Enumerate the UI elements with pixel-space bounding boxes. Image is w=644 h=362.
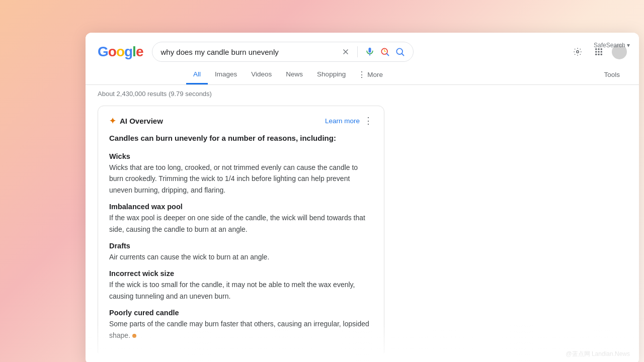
nav-images[interactable]: Images	[208, 65, 244, 84]
svg-rect-16	[598, 54, 600, 55]
learn-more-link[interactable]: Learn more	[325, 117, 360, 125]
svg-rect-13	[598, 51, 600, 53]
svg-line-7	[402, 54, 404, 56]
ai-section-cured-candle: Poorly cured candle Some parts of the ca…	[109, 309, 373, 341]
header: Google why does my candle burn unevenly	[86, 33, 639, 62]
svg-rect-17	[601, 54, 602, 55]
clear-button[interactable]	[341, 47, 350, 56]
nav-more-label: More	[367, 71, 383, 78]
footer-credit: @蓝点网 Landian.News	[566, 350, 630, 358]
main-content: ✦ AI Overview Learn more ⋮ Candles can b…	[86, 102, 639, 353]
more-options-button[interactable]: ⋮	[364, 115, 373, 126]
svg-line-5	[387, 54, 389, 56]
ai-section-title-drafts: Drafts	[109, 242, 373, 250]
ai-section-body-wick-size: If the wick is too small for the candle,…	[109, 279, 373, 302]
svg-rect-12	[595, 51, 597, 53]
ai-section-wicks: Wicks Wicks that are too long, crooked, …	[109, 152, 373, 196]
safesearch-label[interactable]: SafeSearch ▾	[594, 42, 630, 49]
svg-point-8	[577, 51, 579, 53]
nav-shopping[interactable]: Shopping	[310, 65, 353, 84]
ai-overview-header: ✦ AI Overview Learn more ⋮	[109, 115, 373, 126]
ai-section-body-wicks: Wicks that are too long, crooked, or not…	[109, 162, 373, 196]
browser-window: Google why does my candle burn unevenly	[86, 33, 639, 362]
ai-section-title-cured-candle: Poorly cured candle	[109, 309, 373, 317]
ai-intro: Candles can burn unevenly for a number o…	[109, 132, 373, 144]
nav-bar: All Images Videos News Shopping ⋮ More T…	[86, 62, 639, 85]
nav-news[interactable]: News	[279, 65, 310, 84]
nav-all[interactable]: All	[186, 65, 208, 84]
results-count: About 2,430,000 results (9.79 seconds)	[86, 85, 639, 102]
ai-overview-title: ✦ AI Overview	[109, 116, 163, 126]
ai-section-title-wick-size: Incorrect wick size	[109, 269, 373, 278]
ai-section-body-cured-candle: Some parts of the candle may burn faster…	[109, 318, 373, 341]
lens-search-button[interactable]	[380, 47, 390, 57]
ai-section-title-wicks: Wicks	[109, 152, 373, 160]
nav-more[interactable]: ⋮ More	[353, 65, 388, 84]
search-input[interactable]: why does my candle burn unevenly	[160, 48, 336, 56]
ai-section-title-wax-pool: Imbalanced wax pool	[109, 203, 373, 211]
settings-button[interactable]	[570, 44, 586, 60]
svg-rect-2	[369, 48, 371, 53]
ai-section-wax-pool: Imbalanced wax pool If the wax pool is d…	[109, 203, 373, 235]
divider	[357, 46, 358, 57]
ai-section-body-drafts: Air currents can cause the wick to burn …	[109, 251, 373, 262]
ai-star-icon: ✦	[109, 116, 116, 126]
ai-section-wick-size: Incorrect wick size If the wick is too s…	[109, 269, 373, 302]
tools-button[interactable]: Tools	[597, 67, 627, 82]
svg-rect-15	[595, 54, 597, 55]
ai-overview-label: AI Overview	[120, 117, 163, 125]
ai-section-drafts: Drafts Air currents can cause the wick t…	[109, 242, 373, 262]
google-logo[interactable]: Google	[98, 44, 143, 60]
search-bar[interactable]: why does my candle burn unevenly	[152, 42, 414, 62]
voice-search-button[interactable]	[365, 47, 375, 57]
ai-section-body-wax-pool: If the wax pool is deeper on one side of…	[109, 212, 373, 235]
learn-more-area: Learn more ⋮	[325, 115, 373, 126]
ai-overview-card: ✦ AI Overview Learn more ⋮ Candles can b…	[98, 106, 384, 353]
svg-rect-14	[601, 51, 602, 53]
nav-videos[interactable]: Videos	[244, 65, 279, 84]
search-submit-button[interactable]	[395, 47, 405, 57]
source-dot-icon	[132, 334, 136, 338]
